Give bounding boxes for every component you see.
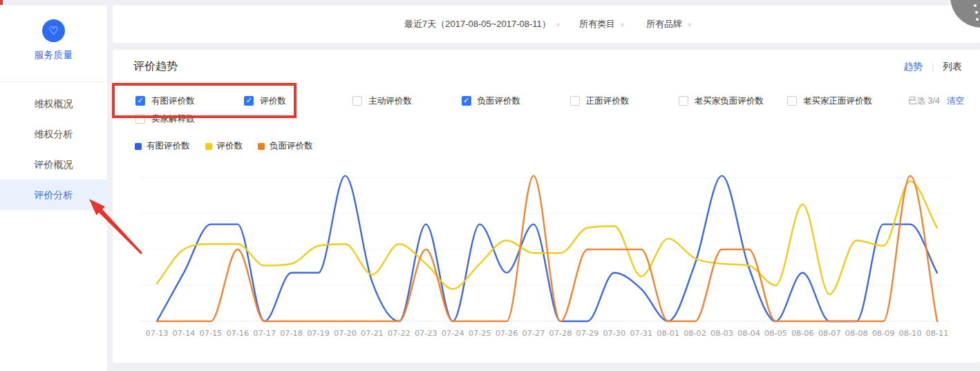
- brand-filter[interactable]: 所有品牌 ∨: [646, 6, 692, 43]
- sidebar-divider: [0, 82, 107, 82]
- series-line-1: [157, 181, 937, 294]
- checkbox-label: 卖家解释数: [151, 113, 195, 125]
- chevron-down-icon: ∨: [556, 21, 560, 28]
- metric-checkbox-1-4[interactable]: 正面评价数: [570, 95, 630, 106]
- legend-swatch: [205, 143, 212, 150]
- checkbox-label: 有图评价数: [151, 95, 195, 107]
- legend-item-0[interactable]: 有图评价数: [135, 140, 190, 152]
- checkbox-unchecked-icon[interactable]: [787, 96, 797, 106]
- x-axis-label: 08-07: [818, 329, 841, 338]
- x-axis-label: 07-19: [307, 329, 330, 338]
- metric-checkbox-1-1[interactable]: 评价数: [244, 95, 286, 106]
- checkbox-unchecked-icon[interactable]: [135, 114, 145, 124]
- x-axis-label: 08-01: [657, 329, 679, 338]
- review-trend-panel: 评价趋势 趋势 ｜ 列表 有图评价数评价数主动评价数负面评价数正面评价数老买家负…: [113, 50, 980, 363]
- chevron-down-icon: ∨: [620, 21, 625, 28]
- x-axis-label: 07-17: [253, 329, 276, 338]
- legend-label: 有图评价数: [147, 140, 190, 152]
- chevron-down-icon: ∨: [687, 21, 692, 28]
- checkbox-label: 负面评价数: [478, 95, 521, 107]
- x-axis-label: 07-24: [442, 329, 464, 338]
- app-logo: ♡ 服务质量: [0, 19, 107, 61]
- checkbox-unchecked-icon[interactable]: [570, 96, 580, 106]
- heart-icon: ♡: [42, 19, 65, 42]
- checkbox-label: 老买家正面评价数: [803, 95, 872, 107]
- x-axis-label: 07-31: [630, 329, 652, 338]
- checkbox-label: 老买家负面评价数: [695, 95, 764, 107]
- toggle-divider: ｜: [928, 61, 937, 73]
- date-range-filter[interactable]: 最近7天（2017-08-05~2017-08-11） ∨: [404, 6, 560, 43]
- x-axis-label: 07-27: [522, 329, 545, 338]
- selected-count: 已选 3/4: [908, 95, 940, 107]
- legend-swatch: [258, 143, 265, 150]
- x-axis-label: 07-26: [496, 329, 518, 338]
- x-axis-label: 07-22: [388, 329, 411, 338]
- checkbox-unchecked-icon[interactable]: [352, 96, 362, 106]
- tab-list[interactable]: 列表: [943, 61, 962, 73]
- sidebar-item-0[interactable]: 维权概况: [0, 88, 107, 119]
- x-axis-label: 08-05: [764, 329, 787, 338]
- x-axis-label: 07-18: [280, 329, 303, 338]
- x-axis-label: 07-21: [361, 329, 384, 338]
- sidebar-item-2[interactable]: 评价概况: [0, 149, 107, 180]
- x-axis-label: 07-28: [549, 329, 572, 338]
- x-axis-label: 07-23: [415, 329, 437, 338]
- sidebar-item-1[interactable]: 维权分析: [0, 119, 107, 149]
- chart-legend: 有图评价数评价数负面评价数: [135, 140, 328, 152]
- legend-item-2[interactable]: 负面评价数: [258, 140, 313, 152]
- dot-icon: [976, 18, 979, 21]
- x-axis-label: 07-20: [334, 329, 357, 338]
- checkbox-unchecked-icon[interactable]: [679, 96, 688, 106]
- category-value: 所有类目: [579, 18, 615, 30]
- line-chart-canvas: 07-1307-1407-1507-1607-1707-1807-1907-20…: [114, 166, 979, 342]
- checkbox-label: 评价数: [260, 95, 286, 107]
- panel-title: 评价趋势: [133, 59, 178, 74]
- clear-selection-link[interactable]: 清空: [947, 95, 964, 107]
- metric-checkbox-1-2[interactable]: 主动评价数: [352, 95, 412, 106]
- dot-icon: [974, 4, 977, 7]
- legend-swatch: [135, 143, 142, 150]
- legend-item-1[interactable]: 评价数: [205, 140, 243, 152]
- annotation-corner-mark: [0, 0, 3, 5]
- checkbox-label: 正面评价数: [586, 95, 630, 107]
- x-axis-label: 07-16: [226, 329, 249, 338]
- filter-bar: 最近7天（2017-08-05~2017-08-11） ∨ 所有类目 ∨ 所有品…: [113, 6, 980, 43]
- checkbox-label: 主动评价数: [368, 95, 412, 107]
- brand-value: 所有品牌: [646, 18, 682, 30]
- checkbox-checked-icon[interactable]: [135, 96, 145, 106]
- legend-label: 负面评价数: [270, 140, 313, 152]
- date-range-value: 最近7天（2017-08-05~2017-08-11）: [404, 18, 551, 30]
- metric-checkbox-1-5[interactable]: 老买家负面评价数: [679, 95, 764, 106]
- x-axis-label: 08-03: [710, 329, 733, 338]
- x-axis-label: 07-13: [146, 329, 169, 338]
- checkbox-checked-icon[interactable]: [462, 96, 471, 106]
- x-axis-label: 07-29: [576, 329, 599, 338]
- dot-icon: [975, 11, 978, 14]
- x-axis-label: 08-09: [872, 329, 895, 338]
- x-axis-label: 08-10: [899, 329, 922, 338]
- view-toggle: 趋势 ｜ 列表: [903, 61, 962, 73]
- sidebar-item-3[interactable]: 评价分析: [0, 180, 107, 210]
- metric-checkbox-2-0[interactable]: 卖家解释数: [135, 113, 195, 124]
- app-title: 服务质量: [0, 49, 107, 61]
- x-axis-label: 07-30: [603, 329, 625, 338]
- tab-trend[interactable]: 趋势: [903, 61, 923, 73]
- series-line-2: [157, 175, 937, 321]
- x-axis-label: 08-11: [926, 329, 949, 338]
- metric-checkbox-1-0[interactable]: 有图评价数: [135, 95, 195, 106]
- x-axis-label: 08-04: [737, 329, 760, 338]
- x-axis-label: 07-14: [172, 329, 195, 338]
- x-axis-label: 08-02: [684, 329, 706, 338]
- legend-label: 评价数: [217, 140, 243, 152]
- checkbox-checked-icon[interactable]: [244, 96, 254, 106]
- selection-summary: 已选 3/4 清空: [908, 95, 964, 107]
- x-axis-label: 08-06: [791, 329, 814, 338]
- trend-chart: 07-1307-1407-1507-1607-1707-1807-1907-20…: [114, 166, 979, 342]
- metric-checkbox-1-6[interactable]: 老买家正面评价数: [787, 95, 872, 106]
- x-axis-label: 07-25: [469, 329, 491, 338]
- sidebar: ♡ 服务质量 维权概况维权分析评价概况评价分析: [0, 6, 107, 371]
- metric-checkbox-1-3[interactable]: 负面评价数: [462, 95, 521, 106]
- x-axis-label: 08-08: [845, 329, 868, 338]
- category-filter[interactable]: 所有类目 ∨: [579, 6, 625, 43]
- sidebar-menu: 维权概况维权分析评价概况评价分析: [0, 88, 107, 210]
